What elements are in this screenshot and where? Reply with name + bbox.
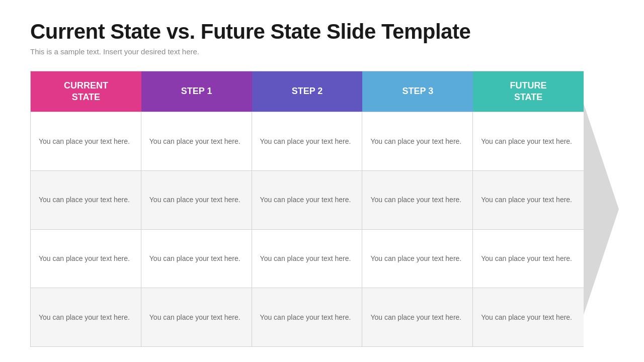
table-cell: You can place your text here. [252,230,363,288]
header-step2: STEP 2 [252,71,363,112]
table-cell: You can place your text here. [473,288,584,346]
header-current-state: CURRENTSTATE [31,71,141,112]
table-cell: You can place your text here. [31,230,141,288]
table-header-row: CURRENTSTATE STEP 1 STEP 2 STEP 3 FUTURE… [31,71,584,112]
header-step1: STEP 1 [141,71,252,112]
table-cell: You can place your text here. [141,112,252,170]
table-cell: You can place your text here. [362,171,473,229]
table-cell: You can place your text here. [362,288,473,346]
table-row: You can place your text here.You can pla… [31,288,584,346]
table-body: You can place your text here.You can pla… [31,112,584,346]
table-cell: You can place your text here. [252,288,363,346]
table-row: You can place your text here.You can pla… [31,229,584,288]
table-cell: You can place your text here. [31,288,141,346]
table-cell: You can place your text here. [252,112,363,170]
table-row: You can place your text here.You can pla… [31,112,584,170]
table-cell: You can place your text here. [31,112,141,170]
main-table: CURRENTSTATE STEP 1 STEP 2 STEP 3 FUTURE… [30,71,584,347]
arrow-container: CURRENTSTATE STEP 1 STEP 2 STEP 3 FUTURE… [30,71,614,347]
header-future-state: FUTURESTATE [473,71,584,112]
table-cell: You can place your text here. [362,230,473,288]
table-row: You can place your text here.You can pla… [31,170,584,229]
table-cell: You can place your text here. [141,171,252,229]
table-cell: You can place your text here. [252,171,363,229]
table-cell: You can place your text here. [473,171,584,229]
table-cell: You can place your text here. [473,112,584,170]
table-cell: You can place your text here. [473,230,584,288]
table-cell: You can place your text here. [362,112,473,170]
table-cell: You can place your text here. [141,288,252,346]
table-cell: You can place your text here. [141,230,252,288]
header-step3: STEP 3 [362,71,473,112]
table-cell: You can place your text here. [31,171,141,229]
page-subtitle: This is a sample text. Insert your desir… [30,47,614,56]
page-title: Current State vs. Future State Slide Tem… [30,20,614,43]
